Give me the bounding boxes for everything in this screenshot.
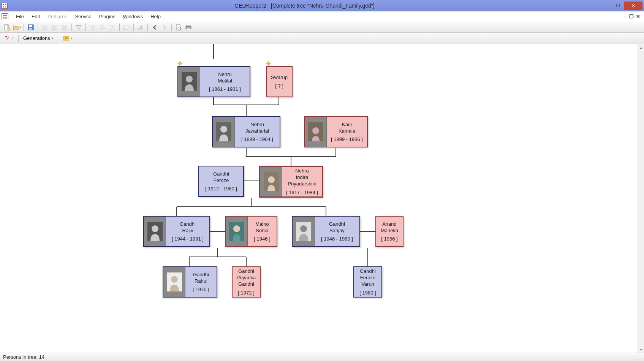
person-given2: Gandhi: [238, 281, 254, 287]
person-info: MainoSonia [ 1946 ]: [248, 217, 277, 246]
tree-ancestors-button[interactable]: [88, 23, 97, 32]
toolbar-separator: [38, 24, 38, 31]
close-button[interactable]: ✕: [624, 2, 642, 10]
menu-plugins[interactable]: Plugins: [95, 12, 119, 21]
preview-button[interactable]: [174, 23, 183, 32]
toolbar-separator: [18, 35, 19, 42]
person-info: GandhiPriyankaGandhi [ 1972 ]: [233, 267, 260, 297]
photo-placeholder: [293, 217, 315, 246]
person-swarup[interactable]: Swarup [ ? ]: [266, 66, 293, 97]
menu-pedigree[interactable]: Pedigree: [44, 12, 71, 21]
svg-point-65: [220, 126, 227, 133]
menu-bar: File Edit Pedigree Service Plugins Windo…: [0, 11, 644, 22]
person-given: Sanjay: [329, 228, 345, 233]
svg-point-25: [111, 28, 112, 30]
person-jawaharlal[interactable]: NehruJawaharlal [ 1889 - 1964 ]: [212, 116, 280, 147]
person-dates: [ 1970 ]: [193, 287, 209, 292]
tree-mode-button[interactable]: ▾: [2, 34, 15, 43]
person-rajiv[interactable]: GandhiRajiv [ 1944 - 1991 ]: [143, 216, 210, 247]
svg-rect-3: [5, 6, 6, 8]
svg-point-67: [312, 127, 319, 134]
menu-windows[interactable]: Windows: [119, 12, 147, 21]
tree-toolbar: ▾ Generations▾ ▾: [0, 33, 644, 44]
svg-rect-0: [3, 4, 4, 5]
edit-record-button[interactable]: [50, 23, 59, 32]
person-dates: [ 1944 - 1991 ]: [172, 236, 204, 242]
mdi-restore-button[interactable]: ❐: [629, 14, 634, 19]
person-surname: Swarup: [271, 74, 288, 80]
status-text: Persons in tree: 14: [3, 354, 44, 360]
person-maneka[interactable]: AnandManeka [ 1956 ]: [375, 216, 403, 247]
scrollbar-track[interactable]: [638, 51, 644, 346]
expand-marker-icon[interactable]: ✥: [266, 60, 272, 66]
main-toolbar: ▾ ▾: [0, 22, 644, 33]
photo-placeholder: [213, 117, 235, 147]
delete-record-button[interactable]: [60, 23, 69, 32]
menu-help[interactable]: Help: [147, 12, 165, 21]
app-icon: [2, 3, 8, 9]
filter-button[interactable]: [74, 23, 83, 32]
person-surname: Gandhi: [329, 221, 345, 227]
expand-marker-icon[interactable]: ✥: [177, 60, 184, 66]
person-priyanka[interactable]: GandhiPriyankaGandhi [ 1972 ]: [232, 266, 261, 298]
person-surname: Nehru: [250, 122, 264, 127]
person-dates: [ 1946 ]: [254, 236, 270, 242]
menu-service[interactable]: Service: [71, 12, 95, 21]
scroll-down-icon[interactable]: ▾: [638, 346, 644, 353]
person-surname: Nehru: [295, 168, 309, 174]
person-varun[interactable]: GandhiFerozeVarun [ 1980 ]: [353, 266, 382, 298]
mdi-close-button[interactable]: ✕: [636, 14, 640, 19]
person-kamala[interactable]: KaulKamala [ 1899 - 1936 ]: [304, 116, 368, 147]
vertical-scrollbar[interactable]: ▴ ▾: [638, 44, 644, 353]
tree-both-button[interactable]: [108, 23, 117, 32]
minimize-button[interactable]: ─: [598, 2, 611, 10]
toolbar-separator: [119, 24, 120, 31]
svg-point-63: [186, 76, 193, 82]
person-indira[interactable]: NehruIndiraPriyadarshini [ 1917 - 1984 ]: [259, 166, 323, 198]
photo-placeholder: [260, 167, 282, 196]
app-menu-icon: [2, 13, 8, 20]
nav-back-button[interactable]: [150, 23, 159, 32]
new-file-button[interactable]: [2, 23, 11, 32]
tree-canvas[interactable]: ✥ ✥ NehruMotilal [ 1861 - 1931 ] Swarup …: [0, 44, 644, 353]
svg-rect-38: [6, 39, 8, 40]
svg-point-18: [93, 25, 95, 27]
menu-edit[interactable]: Edit: [28, 12, 44, 21]
nav-forward-button[interactable]: [160, 23, 169, 32]
toolbar-separator: [85, 24, 86, 31]
person-given2: Priyadarshini: [288, 181, 316, 187]
toolbar-separator: [147, 24, 148, 31]
add-record-button[interactable]: [40, 23, 49, 32]
generations-dropdown[interactable]: Generations▾: [22, 34, 55, 43]
toolbar-separator: [171, 24, 172, 31]
tree-options-button[interactable]: ▾: [61, 34, 74, 43]
toolbar-separator: [24, 24, 24, 31]
svg-rect-35: [187, 28, 190, 30]
open-file-button[interactable]: ▾: [12, 23, 21, 32]
scroll-up-icon[interactable]: ▴: [638, 44, 644, 51]
person-sonia[interactable]: MainoSonia [ 1946 ]: [225, 216, 277, 247]
generations-label: Generations: [23, 35, 50, 41]
person-surname: Gandhi: [238, 268, 254, 274]
person-feroze[interactable]: GandhiFeroze [ 1912 - 1960 ]: [198, 166, 244, 197]
person-given: Maneka: [381, 228, 398, 233]
person-sanjay[interactable]: GandhiSanjay [ 1946 - 1980 ]: [292, 216, 360, 247]
person-motilal[interactable]: NehruMotilal [ 1861 - 1931 ]: [177, 66, 250, 97]
window-title: GEDKeeper2 - [Complete tree "Nehru-Ghand…: [11, 3, 598, 9]
svg-rect-5: [5, 15, 7, 16]
person-rahul[interactable]: GandhiRahul [ 1970 ]: [163, 266, 217, 298]
menu-file[interactable]: File: [12, 12, 28, 21]
svg-point-26: [114, 28, 115, 30]
pedigree-button[interactable]: ▾: [122, 23, 131, 32]
svg-point-71: [152, 225, 158, 232]
stats-button[interactable]: [136, 23, 145, 32]
tree-descendants-button[interactable]: [98, 23, 107, 32]
mdi-minimize-button[interactable]: –: [624, 14, 627, 19]
save-button[interactable]: [26, 23, 35, 32]
person-dates: [ ? ]: [275, 83, 283, 89]
maximize-button[interactable]: ☐: [611, 2, 624, 10]
svg-point-23: [111, 25, 112, 26]
person-info: GandhiFeroze [ 1912 - 1960 ]: [199, 166, 243, 196]
print-button[interactable]: [184, 23, 193, 32]
person-info: NehruMotilal [ 1861 - 1931 ]: [200, 67, 250, 97]
